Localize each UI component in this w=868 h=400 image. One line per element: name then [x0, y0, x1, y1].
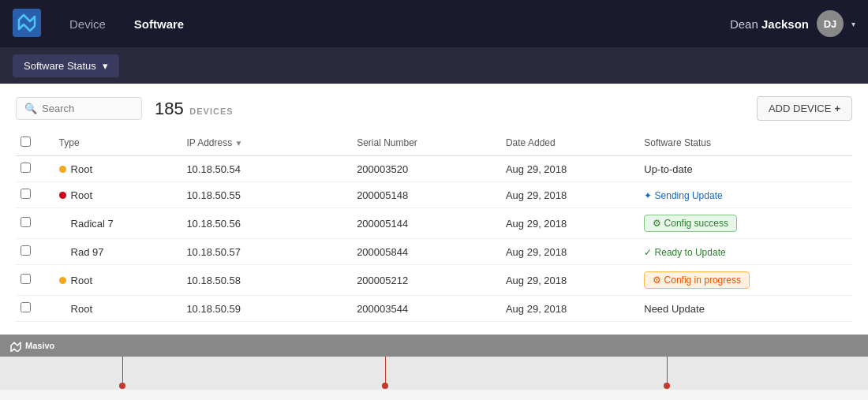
cell-status: ⚙ Config success [639, 208, 852, 239]
status-ready: ✓ Ready to Update [644, 247, 725, 258]
sort-icon: ▼ [235, 139, 243, 148]
row-checkbox[interactable] [21, 163, 31, 173]
device-count: 185 [155, 99, 184, 118]
cell-status: Up-to-date [639, 156, 852, 182]
table-row: Rad 9710.18.50.57200005844Aug 29, 2018✓ … [16, 239, 852, 265]
nav-links: Device Software [57, 11, 730, 37]
plus-icon: + [834, 103, 840, 114]
top-nav: Device Software Dean Jackson DJ ▾ [0, 0, 868, 47]
connection-dot-empty [59, 305, 66, 312]
masivo-bar: Masivo [0, 335, 868, 357]
user-avatar: DJ [817, 10, 844, 37]
cell-ip: 10.18.50.59 [181, 296, 352, 322]
table-row: Root10.18.50.58200005212Aug 29, 2018⚙ Co… [16, 265, 852, 296]
table-row: Root10.18.50.54200003520Aug 29, 2018Up-t… [16, 156, 852, 182]
dropdown-label: Software Status [24, 60, 96, 72]
cell-serial: 200005212 [352, 265, 501, 296]
cell-status: Need Update [639, 296, 852, 322]
cell-ip: 10.18.50.57 [181, 239, 352, 265]
cell-date: Aug 29, 2018 [501, 182, 639, 208]
connection-dot-empty [59, 249, 66, 256]
software-status-dropdown[interactable]: Software Status ▾ [13, 54, 119, 77]
cell-type: Root [54, 265, 182, 296]
device-table: Type IP Address ▼ Serial Number Date Add… [16, 130, 852, 322]
app-container: Device Software Dean Jackson DJ ▾ Softwa… [0, 0, 868, 400]
col-header-date: Date Added [501, 130, 639, 156]
col-header-serial: Serial Number [352, 130, 501, 156]
row-checkbox[interactable] [21, 189, 31, 199]
col-header-checkbox [16, 130, 54, 156]
connection-dot [59, 166, 66, 173]
row-checkbox[interactable] [21, 274, 31, 284]
connection-dot-empty [59, 220, 66, 227]
table-row: Root10.18.50.59200003544Aug 29, 2018Need… [16, 296, 852, 322]
connector-area [0, 357, 868, 390]
connector-line-mid [385, 357, 386, 385]
col-header-type: Type [54, 130, 182, 156]
main-content: 🔍 185 DEVICES ADD DEVICE + [0, 84, 868, 335]
search-input[interactable] [42, 103, 129, 114]
status-sending: ✦ Sending Update [644, 190, 722, 201]
cell-date: Aug 29, 2018 [501, 208, 639, 239]
cell-date: Aug 29, 2018 [501, 296, 639, 322]
row-checkbox[interactable] [21, 245, 31, 256]
col-header-ip[interactable]: IP Address ▼ [181, 130, 352, 156]
logo[interactable] [13, 9, 41, 39]
cell-date: Aug 29, 2018 [501, 239, 639, 265]
dropdown-arrow-icon: ▾ [103, 60, 108, 72]
cell-type: Root [54, 182, 182, 208]
cell-serial: 200005148 [352, 182, 501, 208]
cell-status: ⚙ Config in progress [639, 265, 852, 296]
table-row: Root10.18.50.55200005148Aug 29, 2018✦ Se… [16, 182, 852, 208]
masivo-logo: Masivo [9, 339, 54, 352]
cell-type: Rad 97 [54, 239, 182, 265]
select-all-checkbox[interactable] [21, 136, 31, 147]
status-badge-green: ⚙ Config success [644, 215, 737, 232]
device-count-container: 185 DEVICES [155, 99, 234, 119]
cell-status: ✓ Ready to Update [639, 239, 852, 265]
row-checkbox[interactable] [21, 217, 31, 227]
cell-serial: 200005844 [352, 239, 501, 265]
add-device-button[interactable]: ADD DEVICE + [757, 96, 852, 121]
cell-ip: 10.18.50.55 [181, 182, 352, 208]
row-checkbox[interactable] [21, 302, 31, 312]
toolbar-left: 🔍 185 DEVICES [16, 97, 234, 120]
cell-date: Aug 29, 2018 [501, 156, 639, 182]
connection-dot [59, 277, 66, 284]
user-dropdown-arrow[interactable]: ▾ [851, 20, 855, 28]
connector-dot-right [664, 383, 670, 389]
cell-status: ✦ Sending Update [639, 182, 852, 208]
cell-ip: 10.18.50.56 [181, 208, 352, 239]
col-header-status: Software Status [639, 130, 852, 156]
cell-serial: 200003520 [352, 156, 501, 182]
svg-rect-0 [13, 9, 41, 37]
toolbar: 🔍 185 DEVICES ADD DEVICE + [16, 96, 852, 121]
cell-date: Aug 29, 2018 [501, 265, 639, 296]
status-badge-orange: ⚙ Config in progress [644, 271, 750, 289]
sub-nav: Software Status ▾ [0, 47, 868, 84]
cell-ip: 10.18.50.58 [181, 265, 352, 296]
annotations-row: > Easily confirm each device's connectio… [0, 390, 868, 400]
table-row: Radical 710.18.50.56200005144Aug 29, 201… [16, 208, 852, 239]
connector-line-right [667, 357, 668, 385]
cell-type: Radical 7 [54, 208, 182, 239]
connector-dot-mid [382, 383, 388, 389]
device-count-label: DEVICES [189, 107, 233, 116]
cell-type: Root [54, 296, 182, 322]
connector-dot-left [119, 383, 125, 389]
nav-link-software[interactable]: Software [122, 11, 196, 37]
nav-link-device[interactable]: Device [57, 11, 118, 37]
search-icon: 🔍 [24, 103, 37, 114]
cell-ip: 10.18.50.54 [181, 156, 352, 182]
connection-dot [59, 192, 66, 199]
cell-type: Root [54, 156, 182, 182]
cell-serial: 200005144 [352, 208, 501, 239]
user-name: Dean Jackson [730, 17, 809, 31]
cell-serial: 200003544 [352, 296, 501, 322]
search-box[interactable]: 🔍 [16, 97, 142, 120]
table-container: Type IP Address ▼ Serial Number Date Add… [16, 130, 852, 322]
nav-user[interactable]: Dean Jackson DJ ▾ [730, 10, 855, 37]
connector-line-left [122, 357, 123, 385]
